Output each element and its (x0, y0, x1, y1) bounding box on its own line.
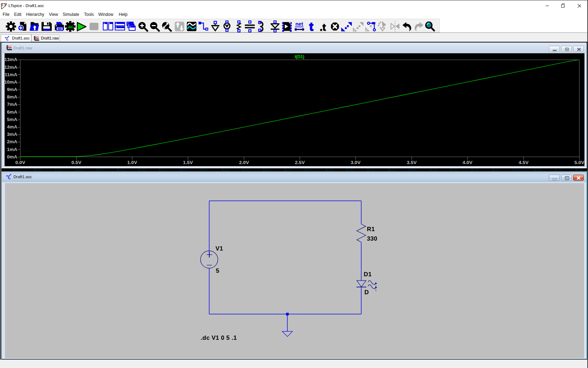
svg-text:3mA: 3mA (7, 132, 18, 137)
svg-text:1mA: 1mA (7, 147, 18, 152)
svg-text:0.0V: 0.0V (16, 160, 25, 165)
svg-text:1.5V: 1.5V (183, 160, 193, 165)
svg-text:1.0V: 1.0V (127, 160, 137, 165)
svg-text:3.0V: 3.0V (351, 160, 361, 165)
svg-text:12mA: 12mA (5, 65, 17, 70)
svg-text:13mA: 13mA (5, 57, 17, 62)
svg-text:3.5V: 3.5V (407, 160, 417, 165)
svg-text:5.0V: 5.0V (575, 160, 584, 165)
svg-text:9mA: 9mA (7, 87, 18, 92)
svg-text:I(D1): I(D1) (295, 54, 304, 59)
svg-text:t: t (309, 20, 313, 32)
svg-text:.ac: .ac (67, 24, 73, 29)
svg-text:2.5V: 2.5V (295, 160, 305, 165)
svg-text:11mA: 11mA (5, 72, 17, 77)
svg-text:net: net (295, 21, 303, 27)
svg-text:2.0V: 2.0V (239, 160, 249, 165)
svg-text:4mA: 4mA (7, 124, 18, 129)
svg-text:.t: .t (320, 22, 326, 32)
svg-text:2mA: 2mA (7, 139, 18, 144)
svg-text:4.0V: 4.0V (463, 160, 473, 165)
svg-text:0mA: 0mA (7, 154, 18, 159)
svg-text:4.5V: 4.5V (519, 160, 529, 165)
svg-text:6mA: 6mA (7, 109, 18, 115)
svg-text:8mA: 8mA (7, 94, 18, 99)
svg-text:LT: LT (1, 3, 6, 7)
svg-text:5mA: 5mA (7, 117, 18, 122)
svg-text:7mA: 7mA (7, 102, 18, 107)
svg-text:0.5V: 0.5V (72, 160, 82, 165)
svg-text:10mA: 10mA (5, 79, 17, 85)
